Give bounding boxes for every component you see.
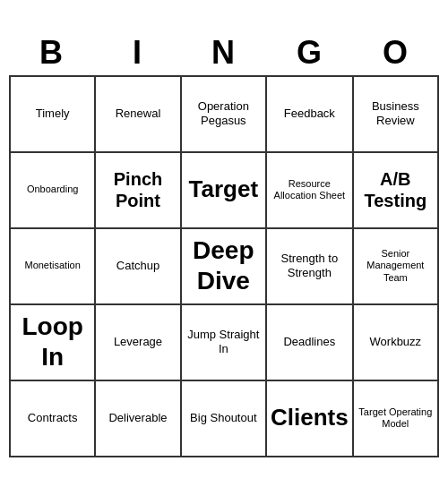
bingo-cell-18: Deadlines	[267, 305, 354, 381]
header-n: N	[181, 30, 267, 75]
bingo-cell-11: Catchup	[96, 229, 181, 305]
bingo-cell-8: Resource Allocation Sheet	[267, 153, 354, 229]
bingo-cell-7: Target	[182, 153, 267, 229]
bingo-cell-0: Timely	[11, 77, 96, 153]
bingo-cell-13: Strength to Strength	[267, 229, 354, 305]
bingo-cell-10: Monetisation	[11, 229, 96, 305]
header-i: I	[95, 30, 181, 75]
bingo-grid: TimelyRenewalOperation PegasusFeedbackBu…	[9, 75, 439, 457]
bingo-cell-24: Target Operating Model	[354, 381, 439, 457]
bingo-card: B I N G O TimelyRenewalOperation Pegasus…	[9, 30, 439, 457]
bingo-cell-21: Deliverable	[96, 381, 181, 457]
bingo-cell-4: Business Review	[354, 77, 439, 153]
header-b: B	[9, 30, 95, 75]
bingo-cell-1: Renewal	[96, 77, 181, 153]
bingo-cell-23: Clients	[267, 381, 354, 457]
bingo-cell-6: Pinch Point	[96, 153, 181, 229]
bingo-cell-2: Operation Pegasus	[182, 77, 267, 153]
bingo-cell-15: Loop In	[11, 305, 96, 381]
bingo-cell-14: Senior Management Team	[354, 229, 439, 305]
bingo-cell-3: Feedback	[267, 77, 354, 153]
bingo-cell-19: Workbuzz	[354, 305, 439, 381]
bingo-cell-22: Big Shoutout	[182, 381, 267, 457]
bingo-cell-5: Onboarding	[11, 153, 96, 229]
bingo-header: B I N G O	[9, 30, 439, 75]
bingo-cell-17: Jump Straight In	[182, 305, 267, 381]
header-o: O	[353, 30, 439, 75]
bingo-cell-20: Contracts	[11, 381, 96, 457]
bingo-cell-9: A/B Testing	[354, 153, 439, 229]
bingo-cell-12: Deep Dive	[182, 229, 267, 305]
bingo-cell-16: Leverage	[96, 305, 181, 381]
header-g: G	[267, 30, 353, 75]
